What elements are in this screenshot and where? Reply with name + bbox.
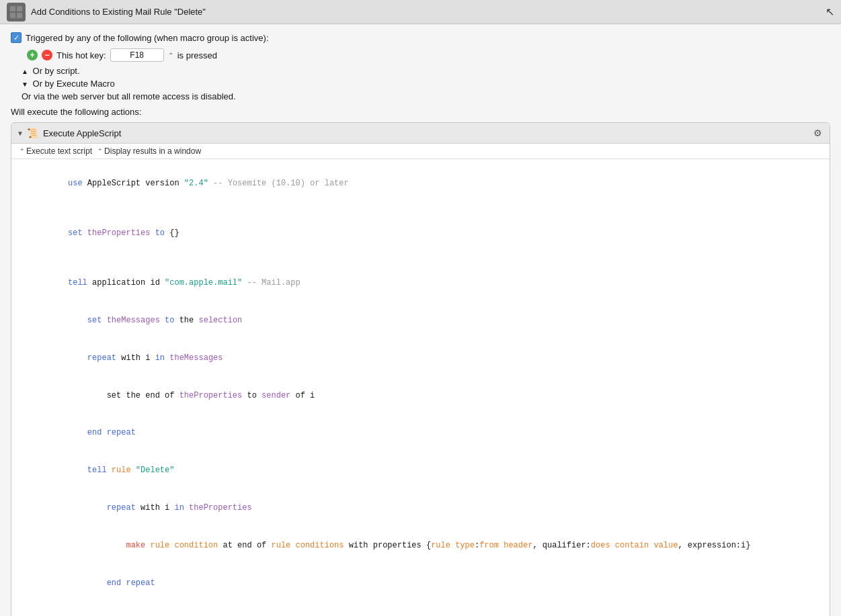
or-by-script-row[interactable]: ▲ Or by script. (22, 66, 830, 76)
svg-rect-0 (10, 6, 15, 11)
up-arrow-icon: ⌃ (19, 148, 25, 155)
hotkey-label: This hot key: (56, 50, 106, 60)
or-by-execute-macro-label: Or by Execute Macro (33, 79, 115, 89)
applescript-title: Execute AppleScript (43, 128, 811, 138)
title-bar: Add Conditions to Existing Mail Rule "De… (0, 0, 841, 24)
applescript-block: ▼ 📜 Execute AppleScript ⚙ ⌃ Execute text… (11, 122, 830, 616)
window-title: Add Conditions to Existing Mail Rule "De… (31, 7, 823, 17)
code-line-6: set the end of theProperties to sender o… (19, 377, 822, 414)
code-line-10: make rule condition at end of rule condi… (19, 527, 822, 564)
code-line-12: end tell (19, 602, 822, 616)
code-line-blank1 (19, 202, 822, 215)
up-arrow2-icon: ⌃ (97, 148, 103, 155)
code-line-2: set theProperties to {} (19, 214, 822, 252)
code-line-3: tell application id "com.apple.mail" -- … (19, 265, 822, 302)
remove-hotkey-btn[interactable]: − (42, 50, 52, 60)
collapse-arrow-icon: ▼ (17, 130, 24, 137)
code-line-blank2 (19, 252, 822, 265)
hotkey-dropdown-arrow[interactable]: ⌃ (168, 52, 173, 59)
svg-rect-1 (17, 6, 22, 11)
trigger-label: Triggered by any of the following (when … (26, 33, 269, 43)
add-hotkey-btn[interactable]: + (27, 50, 38, 60)
code-editor[interactable]: use AppleScript version "2.4" -- Yosemit… (11, 159, 830, 616)
code-line-1: use AppleScript version "2.4" -- Yosemit… (19, 165, 822, 202)
or-by-script-label: Or by script. (33, 66, 80, 76)
code-line-5: repeat with i in theMessages (19, 339, 822, 377)
execute-text-script-btn[interactable]: ⌃ Execute text script (19, 146, 92, 156)
svg-rect-3 (17, 13, 22, 18)
actions-label: Will execute the following actions: (11, 107, 830, 117)
main-content: ✓ Triggered by any of the following (whe… (0, 24, 841, 616)
applescript-icon: 📜 (27, 127, 39, 139)
triangle2-icon: ▼ (22, 81, 28, 88)
triangle-icon: ▲ (22, 68, 28, 75)
or-by-execute-macro-row[interactable]: ▼ Or by Execute Macro (22, 79, 830, 89)
hotkey-row: + − This hot key: F18 ⌃ is pressed (27, 48, 830, 62)
code-line-7: end repeat (19, 414, 822, 452)
applescript-gear-btn[interactable]: ⚙ (811, 126, 824, 140)
applescript-header[interactable]: ▼ 📜 Execute AppleScript ⚙ (11, 123, 830, 144)
web-server-text: Or via the web server but all remote acc… (22, 91, 830, 101)
hotkey-input[interactable]: F18 (110, 48, 164, 62)
trigger-checkbox[interactable]: ✓ (11, 32, 22, 43)
code-line-11: end repeat (19, 564, 822, 602)
script-toolbar: ⌃ Execute text script ⌃ Display results … (11, 144, 830, 159)
display-results-label: Display results in a window (104, 146, 201, 156)
execute-text-script-label: Execute text script (26, 146, 92, 156)
code-line-9: repeat with i in theProperties (19, 489, 822, 527)
svg-rect-2 (10, 13, 15, 18)
applescript-body: ⌃ Execute text script ⌃ Display results … (11, 144, 830, 616)
is-pressed-text: is pressed (177, 50, 217, 60)
app-icon (7, 3, 26, 21)
code-line-8: tell rule "Delete" (19, 452, 822, 490)
cursor-icon: ↖ (826, 5, 834, 18)
code-line-4: set theMessages to the selection (19, 302, 822, 340)
trigger-row: ✓ Triggered by any of the following (whe… (11, 32, 830, 43)
display-results-btn[interactable]: ⌃ Display results in a window (97, 146, 201, 156)
